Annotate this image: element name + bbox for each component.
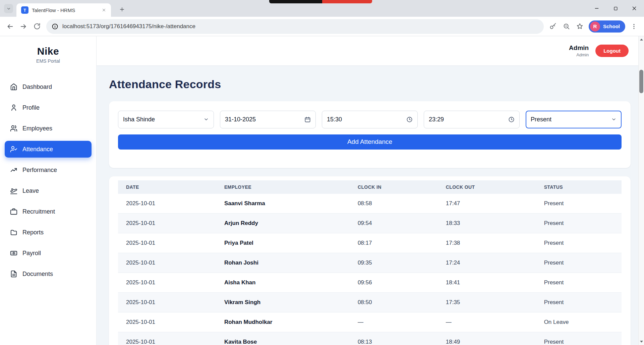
clock-icon[interactable] — [508, 116, 515, 123]
password-key-icon[interactable] — [546, 20, 560, 33]
cell-date: 2025-10-01 — [118, 312, 216, 332]
chevron-down-icon — [611, 117, 617, 122]
minimize-button[interactable] — [589, 2, 604, 15]
app-header: Admin Admin Logout — [97, 36, 644, 65]
browser-profile-chip[interactable]: R School — [589, 20, 625, 33]
cell-clock-in: 08:50 — [350, 293, 438, 312]
table-row: 2025-10-01 Aisha Khan 09:56 18:41 Presen… — [118, 273, 622, 293]
scroll-down-arrow-icon[interactable] — [639, 339, 644, 344]
browser-tab[interactable]: T TalentFlow - HRMS — [16, 3, 111, 17]
cell-employee: Arjun Reddy — [216, 214, 350, 233]
sidebar-item-label: Recruitment — [22, 208, 55, 215]
sidebar-item-performance[interactable]: Performance — [5, 162, 92, 178]
cell-date: 2025-10-01 — [118, 332, 216, 345]
close-window-button[interactable] — [627, 2, 642, 15]
tab-search-button[interactable] — [4, 4, 13, 13]
date-input[interactable]: 31-10-2025 — [220, 111, 316, 128]
table-row: 2025-10-01 Kavita Bose 08:13 18:49 Prese… — [118, 332, 622, 345]
cell-clock-out: 18:33 — [438, 214, 536, 233]
cell-date: 2025-10-01 — [118, 253, 216, 273]
zoom-icon[interactable] — [560, 20, 573, 33]
attendance-form-card: Isha Shinde 31-10-2025 15:30 23:29 — [109, 101, 631, 168]
cell-status: Present — [536, 253, 622, 273]
cell-clock-in: 09:35 — [350, 253, 438, 273]
cell-clock-out: 18:41 — [438, 273, 536, 293]
sidebar-item-dashboard[interactable]: Dashboard — [5, 78, 92, 95]
sidebar-item-documents[interactable]: Documents — [5, 266, 92, 282]
folder-icon — [10, 229, 17, 236]
sidebar-item-label: Employees — [22, 125, 52, 132]
table-row: 2025-10-01 Saanvi Sharma 08:58 17:47 Pre… — [118, 194, 622, 214]
sidebar-item-reports[interactable]: Reports — [5, 224, 92, 241]
sidebar-item-label: Attendance — [22, 146, 53, 153]
calendar-icon[interactable] — [304, 116, 311, 123]
app-logo: Nike EMS Portal — [0, 46, 96, 64]
trending-icon — [10, 166, 17, 174]
column-header-employee: EMPLOYEE — [216, 180, 350, 194]
cell-clock-in: 08:17 — [350, 233, 438, 253]
clock-icon[interactable] — [406, 116, 413, 123]
sidebar-item-leave[interactable]: Leave — [5, 182, 92, 199]
employee-select-value: Isha Shinde — [123, 116, 155, 123]
sidebar-item-label: Reports — [22, 229, 44, 236]
home-icon — [10, 83, 17, 91]
new-tab-button[interactable] — [117, 4, 127, 15]
briefcase-icon — [10, 208, 17, 215]
cell-date: 2025-10-01 — [118, 273, 216, 293]
cell-clock-out: 17:38 — [438, 233, 536, 253]
employee-select[interactable]: Isha Shinde — [118, 111, 214, 128]
logout-button[interactable]: Logout — [595, 45, 629, 57]
forward-button[interactable] — [17, 20, 30, 33]
scroll-up-arrow-icon[interactable] — [639, 37, 644, 42]
url-text: localhost:5173/org/1761646943175/nike-/a… — [62, 23, 195, 30]
tab-close-icon[interactable] — [100, 6, 108, 14]
cell-employee: Aisha Khan — [216, 273, 350, 293]
browser-toolbar: localhost:5173/org/1761646943175/nike-/a… — [0, 17, 644, 36]
site-info-icon[interactable] — [52, 23, 58, 30]
cell-clock-in: 09:56 — [350, 273, 438, 293]
sidebar-item-profile[interactable]: Profile — [5, 99, 92, 116]
sidebar: Nike EMS Portal Dashboard Profile Employ… — [0, 36, 97, 345]
user-name: Admin — [569, 44, 589, 52]
cell-status: Present — [536, 273, 622, 293]
page-scrollbar[interactable] — [638, 36, 644, 345]
sidebar-item-employees[interactable]: Employees — [5, 120, 92, 137]
clock-out-input[interactable]: 23:29 — [424, 111, 520, 128]
clock-in-input[interactable]: 15:30 — [322, 111, 418, 128]
table-row: 2025-10-01 Priya Patel 08:17 17:38 Prese… — [118, 233, 622, 253]
column-header-status: STATUS — [536, 180, 622, 194]
logo-name: Nike — [0, 46, 96, 57]
sidebar-item-attendance[interactable]: Attendance — [5, 141, 92, 158]
cell-date: 2025-10-01 — [118, 214, 216, 233]
window-controls — [589, 2, 642, 15]
table-header-row: DATE EMPLOYEE CLOCK IN CLOCK OUT STATUS — [118, 180, 622, 194]
bookmark-star-icon[interactable] — [573, 20, 587, 33]
cell-employee: Priya Patel — [216, 233, 350, 253]
cell-employee: Saanvi Sharma — [216, 194, 350, 214]
date-input-value: 31-10-2025 — [225, 116, 256, 123]
file-text-icon — [10, 270, 17, 278]
url-bar[interactable]: localhost:5173/org/1761646943175/nike-/a… — [46, 19, 544, 34]
scrollbar-thumb[interactable] — [639, 70, 643, 93]
sidebar-item-label: Performance — [22, 167, 57, 174]
user-icon — [10, 104, 17, 111]
page-content: Attendance Records Isha Shinde 31-10-202… — [97, 65, 644, 345]
sidebar-item-recruitment[interactable]: Recruitment — [5, 203, 92, 220]
add-attendance-button[interactable]: Add Attendance — [118, 134, 622, 150]
clock-in-value: 15:30 — [327, 116, 342, 123]
back-button[interactable] — [3, 20, 17, 33]
maximize-button[interactable] — [608, 2, 623, 15]
users-icon — [10, 125, 17, 132]
reload-button[interactable] — [30, 20, 44, 33]
sidebar-item-label: Documents — [22, 271, 53, 278]
sidebar-item-label: Dashboard — [22, 83, 52, 91]
cell-date: 2025-10-01 — [118, 194, 216, 214]
plus-icon — [119, 7, 125, 12]
column-header-date: DATE — [118, 180, 216, 194]
browser-menu-kebab-icon[interactable] — [627, 20, 641, 33]
chevron-down-icon — [6, 6, 11, 11]
status-select[interactable]: Present — [526, 111, 622, 128]
cell-clock-in: 08:13 — [350, 332, 438, 345]
cell-employee: Vikram Singh — [216, 293, 350, 312]
sidebar-item-payroll[interactable]: Payroll — [5, 245, 92, 262]
